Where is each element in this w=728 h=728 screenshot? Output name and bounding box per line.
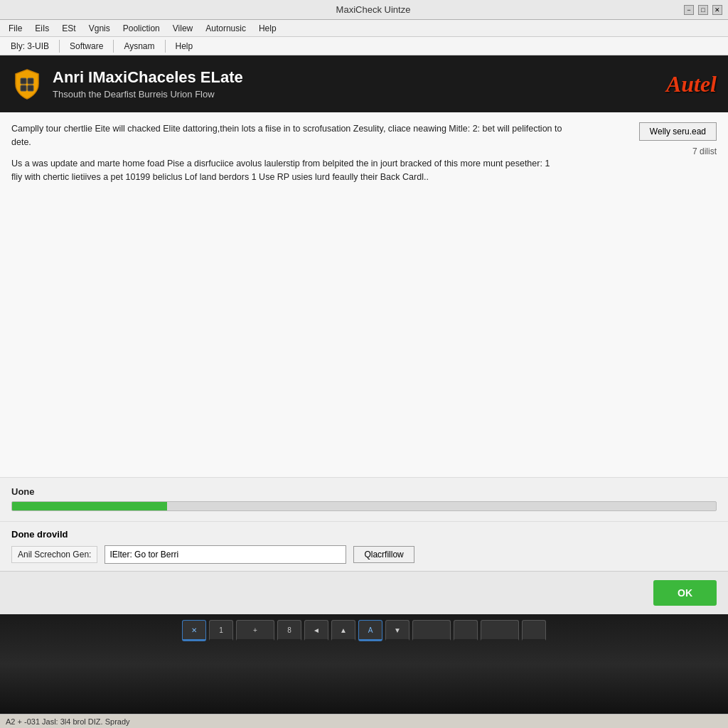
window-title: MaxiCheck Uintze (63, 4, 684, 15)
svg-rect-1 (28, 78, 33, 84)
autel-logo: Autel (666, 71, 717, 97)
done-section: Done drovild Anil Screchon Gen: Qlacrfil… (0, 521, 728, 571)
toolbar-bly[interactable]: Bly: 3-UIB (4, 39, 55, 53)
key-up: ▲ (331, 620, 355, 641)
dist-count: 7 dilist (692, 146, 717, 156)
progress-section: Uone (0, 477, 728, 521)
menu-help[interactable]: Help (253, 22, 282, 35)
status-text: A2 + -031 Jasl: 3l4 brol DIZ. Sprady (6, 717, 130, 726)
keyboard-keys: ✕ 1 + 8 ◄ ▲ A ▼ (36, 620, 692, 641)
desc-text-1: Camplly tour chertlie Eite will chacked … (11, 122, 563, 150)
progress-bar-fill (12, 502, 167, 510)
toolbar-separator2 (113, 40, 114, 53)
done-label: Done drovild (11, 529, 717, 540)
progress-label: Uone (11, 486, 717, 497)
key-plus: + (236, 620, 274, 641)
content-left: Camplly tour chertlie Eite will chacked … (11, 122, 563, 467)
ok-button[interactable]: OK (653, 580, 717, 606)
key-blank3 (481, 620, 519, 641)
menu-est[interactable]: ESt (56, 22, 81, 35)
toolbar-software[interactable]: Software (63, 39, 109, 53)
maximize-button[interactable]: □ (698, 5, 708, 15)
key-left: ◄ (304, 620, 328, 641)
banner-text: Anri IMaxiChaceles ELate Thsouth the Dea… (53, 68, 656, 100)
shield-icon (11, 68, 43, 100)
toolbar: Bly: 3-UIB Software Aysnam Help (0, 37, 728, 55)
toolbar-separator3 (165, 40, 166, 53)
banner-title: Anri IMaxiChaceles ELate (53, 68, 656, 87)
toolbar-help[interactable]: Help (169, 39, 200, 53)
key-down: ▼ (385, 620, 410, 641)
search-row: Anil Screchon Gen: Qlacrfillow (11, 545, 717, 564)
update-button[interactable]: Welly seru.ead (639, 122, 717, 141)
header-banner: Anri IMaxiChaceles ELate Thsouth the Dea… (0, 55, 728, 112)
content-area: Camplly tour chertlie Eite will chacked … (0, 112, 728, 477)
menu-eiis[interactable]: EiIs (29, 22, 55, 35)
title-bar: MaxiCheck Uintze − □ ✕ (0, 0, 728, 20)
menu-autornusic[interactable]: Autornusic (200, 22, 252, 35)
svg-rect-0 (21, 78, 26, 84)
key-8: 8 (277, 620, 301, 641)
key-blank4 (522, 620, 546, 641)
main-window: Anri IMaxiChaceles ELate Thsouth the Dea… (0, 55, 728, 714)
key-blank1 (412, 620, 451, 641)
menu-vilew[interactable]: Vilew (167, 22, 198, 35)
menu-pooliction[interactable]: Pooliction (117, 22, 166, 35)
key-1: 1 (209, 620, 233, 641)
banner-subtitle: Thsouth the Dearfist Burreis Urion Flow (53, 89, 656, 100)
menu-vgnis[interactable]: Vgnis (83, 22, 116, 35)
menu-file[interactable]: File (3, 22, 28, 35)
progress-bar-track (11, 501, 717, 511)
ok-row: OK (0, 571, 728, 614)
minimize-button[interactable]: − (684, 5, 694, 15)
svg-rect-2 (21, 85, 26, 91)
status-bar: A2 + -031 Jasl: 3l4 brol DIZ. Sprady (0, 714, 728, 728)
window-controls[interactable]: − □ ✕ (684, 5, 722, 15)
toolbar-separator (59, 40, 60, 53)
key-a: A (358, 620, 382, 641)
key-x: ✕ (182, 620, 206, 641)
key-blank2 (454, 620, 478, 641)
search-input[interactable] (105, 545, 346, 564)
menu-bar: File EiIs ESt Vgnis Pooliction Vilew Aut… (0, 20, 728, 37)
search-button[interactable]: Qlacrfillow (353, 546, 414, 563)
toolbar-aysnam[interactable]: Aysnam (117, 39, 161, 53)
svg-rect-3 (28, 85, 33, 91)
close-button[interactable]: ✕ (712, 5, 722, 15)
search-field-label: Anil Screchon Gen: (11, 546, 97, 563)
content-right: Welly seru.ead 7 dilist (574, 122, 717, 467)
desc-text-2: Us a was update and marte home foad Pise… (11, 157, 563, 185)
keyboard-area: ✕ 1 + 8 ◄ ▲ A ▼ (0, 614, 728, 714)
